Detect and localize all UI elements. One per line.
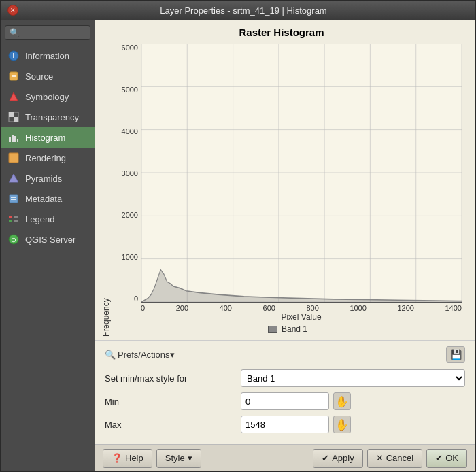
sidebar-item-source-label: Source [25, 71, 53, 82]
y-tick-2000: 2000 [122, 211, 138, 219]
x-axis-ticks: 0 200 400 600 800 1000 1200 1400 [141, 303, 462, 312]
sidebar-item-symbology-label: Symbology [25, 92, 69, 102]
sidebar-item-information[interactable]: i Information [1, 46, 95, 66]
pyramids-icon [7, 172, 20, 184]
svg-rect-10 [14, 136, 16, 142]
bottom-panel: 🔍 Prefs/Actions▾ 💾 Set min/max style for… [95, 340, 475, 444]
max-picker-icon: ✋ [335, 418, 349, 431]
save-icon: 💾 [450, 349, 462, 360]
chart-container: Raster Histogram Frequency 6000 5000 400… [95, 20, 475, 340]
plot-area [141, 44, 462, 303]
svg-rect-7 [14, 117, 18, 122]
min-picker-button[interactable]: ✋ [333, 392, 351, 410]
source-icon [7, 70, 20, 82]
legend-swatch [268, 326, 277, 333]
action-bar: ❓ Help Style ▾ ✔ Apply ✕ Cancel ✔ [95, 444, 475, 471]
chart-inner: 6000 5000 4000 3000 2000 1000 0 [114, 44, 462, 303]
sidebar-item-histogram[interactable]: Histogram [1, 127, 95, 148]
histogram-icon [7, 131, 20, 144]
sidebar-item-qgis-server-label: QGIS Server [25, 235, 75, 245]
prefs-actions-button[interactable]: 🔍 Prefs/Actions▾ [105, 350, 175, 360]
chart-svg [141, 44, 462, 302]
x-axis-label: Pixel Value [141, 312, 462, 322]
sidebar-item-legend[interactable]: Legend [1, 209, 95, 229]
prefs-label: Prefs/Actions▾ [118, 350, 175, 360]
search-input[interactable] [22, 28, 86, 37]
svg-rect-9 [12, 135, 14, 142]
max-label: Max [105, 420, 241, 430]
help-label: Help [125, 453, 143, 463]
svg-rect-14 [10, 195, 18, 203]
chart-area: Frequency 6000 5000 4000 3000 2000 100 [101, 44, 462, 337]
min-input[interactable] [241, 392, 329, 410]
sidebar-item-histogram-label: Histogram [25, 133, 65, 143]
sidebar-item-information-label: Information [25, 51, 69, 61]
sidebar-item-source[interactable]: Source [1, 66, 95, 86]
legend-label: Band 1 [282, 324, 307, 334]
sidebar-item-transparency[interactable]: Transparency [1, 107, 95, 127]
symbology-icon [7, 90, 20, 103]
help-button[interactable]: ❓ Help [103, 449, 152, 468]
style-dropdown-icon: ▾ [188, 453, 192, 463]
apply-button[interactable]: ✔ Apply [313, 449, 363, 468]
style-label: Style [165, 453, 185, 463]
band-select-row: Set min/max style for Band 1 [105, 369, 465, 387]
min-row: Min ✋ [105, 392, 465, 410]
min-label: Min [105, 397, 241, 407]
save-button[interactable]: 💾 [446, 346, 465, 363]
y-tick-3000: 3000 [122, 169, 138, 178]
x-tick-1400: 1400 [445, 304, 461, 312]
sidebar-item-legend-label: Legend [25, 214, 54, 224]
content-area: 🔍 i Information Source Symbo [1, 20, 475, 471]
transparency-icon [7, 111, 20, 123]
svg-marker-4 [10, 92, 18, 101]
ok-button[interactable]: ✔ OK [426, 449, 467, 468]
chart-title: Raster Histogram [239, 27, 324, 38]
band-select[interactable]: Band 1 [241, 369, 465, 387]
search-box[interactable]: 🔍 [5, 25, 90, 40]
svg-rect-6 [9, 112, 14, 117]
svg-rect-11 [17, 139, 18, 142]
y-axis-label: Frequency [101, 44, 111, 337]
information-icon: i [7, 50, 20, 62]
sidebar-item-pyramids-label: Pyramids [25, 173, 62, 184]
sidebar-item-metadata[interactable]: Metadata [1, 188, 95, 209]
ok-check-icon: ✔ [435, 453, 443, 463]
max-input[interactable] [241, 416, 329, 433]
x-tick-600: 600 [263, 304, 275, 312]
sidebar-item-symbology[interactable]: Symbology [1, 86, 95, 107]
main-window: ✕ Layer Properties - srtm_41_19 | Histog… [0, 0, 476, 472]
metadata-icon [7, 192, 20, 205]
close-button[interactable]: ✕ [7, 5, 18, 16]
cancel-label: Cancel [386, 453, 413, 463]
svg-marker-38 [141, 270, 462, 303]
sidebar-item-metadata-label: Metadata [25, 194, 62, 204]
svg-rect-12 [9, 153, 18, 163]
max-picker-button[interactable]: ✋ [333, 416, 351, 433]
svg-rect-17 [9, 216, 12, 218]
svg-rect-18 [9, 220, 12, 222]
svg-marker-13 [9, 174, 18, 182]
y-tick-5000: 5000 [122, 86, 138, 94]
ok-label: OK [445, 453, 458, 463]
apply-check-icon: ✔ [322, 453, 329, 463]
y-axis-ticks: 6000 5000 4000 3000 2000 1000 0 [114, 44, 141, 303]
sidebar-item-pyramids[interactable]: Pyramids [1, 168, 95, 188]
title-bar: ✕ Layer Properties - srtm_41_19 | Histog… [1, 1, 475, 20]
x-tick-400: 400 [220, 304, 232, 312]
y-tick-4000: 4000 [122, 127, 138, 135]
sidebar-item-qgis-server[interactable]: Q QGIS Server [1, 229, 95, 250]
prefs-row: 🔍 Prefs/Actions▾ 💾 [105, 346, 465, 363]
sidebar-item-rendering-label: Rendering [25, 153, 66, 163]
y-tick-1000: 1000 [122, 253, 138, 261]
legend-icon [7, 213, 20, 225]
set-min-max-label: Set min/max style for [105, 373, 241, 384]
qgis-server-icon: Q [7, 233, 20, 246]
sidebar-item-rendering[interactable]: Rendering [1, 148, 95, 168]
max-row: Max ✋ [105, 416, 465, 433]
sidebar-item-transparency-label: Transparency [25, 112, 79, 122]
apply-label: Apply [332, 453, 354, 463]
sidebar: 🔍 i Information Source Symbo [1, 20, 95, 471]
cancel-button[interactable]: ✕ Cancel [367, 449, 422, 468]
style-button[interactable]: Style ▾ [156, 449, 201, 468]
